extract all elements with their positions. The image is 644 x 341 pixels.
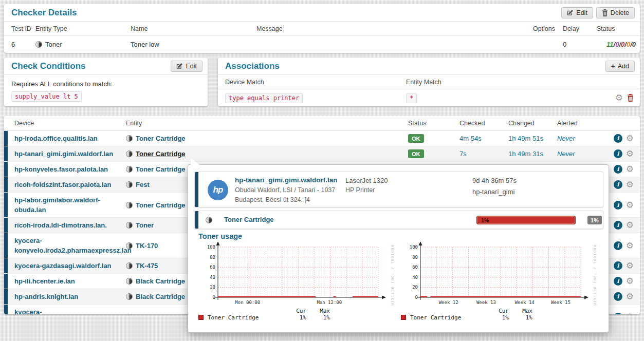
gear-icon[interactable]: ⚙ xyxy=(626,261,634,270)
device-link[interactable]: hp-andris.knight.lan xyxy=(14,293,78,300)
svg-text:80: 80 xyxy=(210,255,215,260)
legend-series-name: Toner Cartridge xyxy=(208,314,259,321)
page-title: Checker Details xyxy=(11,8,77,18)
gear-icon[interactable]: ⚙ xyxy=(626,149,634,158)
table-row: hp-iroda.office.qualitis.lanToner Cartri… xyxy=(4,131,640,146)
gear-icon[interactable]: ⚙ xyxy=(626,221,634,230)
info-icon[interactable]: i xyxy=(614,221,622,230)
gear-icon[interactable]: ⚙ xyxy=(626,277,634,286)
entity-link[interactable]: Toner Cartridge xyxy=(136,201,186,209)
info-icon[interactable]: i xyxy=(614,165,622,174)
trash-icon[interactable] xyxy=(627,94,634,102)
row-accent xyxy=(4,146,8,161)
column-header-changed: Changed xyxy=(508,120,557,127)
device-cell: kyocera-konyvelo.iroda2.pharmaexpressz.l… xyxy=(8,233,126,258)
name-cell: Toner low xyxy=(131,41,256,48)
alerted-value: Never xyxy=(557,135,575,142)
column-header-message: Message xyxy=(256,25,518,32)
popup-uptime: 9d 4h 36m 57s xyxy=(472,177,517,184)
info-icon[interactable]: i xyxy=(614,134,622,143)
conditions-edit-button[interactable]: Edit xyxy=(171,61,203,72)
device-cell: ricoh-foldszint.fasor.palota.lan xyxy=(8,177,126,192)
svg-text:60: 60 xyxy=(210,264,215,270)
device-link[interactable]: ricoh-iroda.ldi-dimotrans.lan. xyxy=(14,221,107,229)
popup-location-line2: Budapest, Bécsi út 324. [4 xyxy=(235,196,310,203)
row-accent xyxy=(4,162,8,177)
entity-link[interactable]: Toner Cartridge xyxy=(136,150,186,158)
associations-panel: Associations + Add Device MatchEntity Ma… xyxy=(218,58,640,106)
gear-icon[interactable]: ⚙ xyxy=(626,241,634,250)
device-link[interactable]: kyocera-konyvelo.iroda2.pharmaexpressz.l… xyxy=(14,237,132,254)
info-icon[interactable]: i xyxy=(614,241,622,250)
device-link[interactable]: kyocera-konyveles.fasor.palota.lan xyxy=(14,308,98,314)
device-link[interactable]: hp-labor.gimilabor.waldorf-obuda.lan xyxy=(14,196,100,214)
gear-icon[interactable]: ⚙ xyxy=(626,313,634,315)
device-cell: hp-labor.gimilabor.waldorf-obuda.lan xyxy=(8,193,126,217)
gear-icon[interactable]: ⚙ xyxy=(626,134,634,143)
conditions-edit-label: Edit xyxy=(186,63,197,70)
column-header-status: Status xyxy=(408,120,459,127)
device-link[interactable]: ricoh-foldszint.fasor.palota.lan xyxy=(14,181,112,188)
rrdtool-watermark: RRDTOOL / TOBI OETIKER xyxy=(593,245,597,306)
device-link[interactable]: hp-tanari_gimi.gimi.waldorf.lan xyxy=(14,150,113,158)
toner-usage-daily-chart: 020406080100Mon 00:00Mon 12:00RRDTOOL / … xyxy=(197,242,395,322)
checker-details-header: Checker Details Edit Delete xyxy=(4,4,640,22)
info-icon[interactable]: i xyxy=(614,180,622,189)
toner-level-bar: 1% xyxy=(476,216,576,224)
device-cell: hp-konyveles.fasor.palota.lan xyxy=(8,162,126,177)
info-icon[interactable]: i xyxy=(614,261,622,270)
device-summary-card: hp hp-tanari_gimi.gimi.waldorf.lan Obuda… xyxy=(194,172,603,207)
checked-cell: 7s xyxy=(459,150,508,158)
entity-link[interactable]: Toner Cartridge xyxy=(136,135,186,142)
row-accent xyxy=(4,177,8,192)
gear-icon[interactable]: ⚙ xyxy=(626,201,634,210)
svg-text:40: 40 xyxy=(412,275,418,280)
info-icon[interactable]: i xyxy=(614,277,622,286)
device-link[interactable]: hp-konyveles.fasor.palota.lan xyxy=(14,165,108,173)
device-cell: hp-ili.hcenter.ie.lan xyxy=(8,274,126,289)
device-link[interactable]: kyocera-gazdasagi.waldorf.lan xyxy=(14,262,112,270)
entity-link[interactable]: Fest xyxy=(136,181,150,188)
edit-button[interactable]: Edit xyxy=(561,7,593,18)
gear-icon[interactable]: ⚙ xyxy=(626,292,634,301)
column-header-options: Options xyxy=(518,25,555,32)
gear-icon[interactable]: ⚙ xyxy=(626,165,634,174)
entity-link[interactable]: TK-350 xyxy=(136,313,158,315)
popup-entity-link[interactable]: Toner Cartridge xyxy=(224,216,274,223)
entity-link[interactable]: Toner xyxy=(136,221,154,229)
entity-link[interactable]: Toner Cartridge xyxy=(136,165,186,173)
gear-icon[interactable]: ⚙ xyxy=(615,93,623,102)
toner-icon xyxy=(206,217,212,223)
toner-level-label: 1% xyxy=(481,217,489,223)
svg-text:0: 0 xyxy=(213,295,215,300)
info-icon[interactable]: i xyxy=(614,201,622,210)
toner-icon xyxy=(126,222,133,229)
gear-icon[interactable]: ⚙ xyxy=(626,180,634,189)
association-row: type equals printer * ⚙ xyxy=(218,89,640,106)
info-icon[interactable]: i xyxy=(614,313,622,315)
status-badge: OK xyxy=(408,134,424,143)
device-link[interactable]: hp-ili.hcenter.ie.lan xyxy=(14,277,75,285)
column-header-entity: Entity xyxy=(126,120,408,127)
row-accent xyxy=(4,193,8,217)
entity-link[interactable]: Black Cartridge xyxy=(136,293,185,300)
legend-cur-value: 1% xyxy=(274,314,306,321)
alerted-cell: Never xyxy=(557,150,602,158)
alerted-value: Never xyxy=(557,150,575,158)
entity-link[interactable]: Black Cartridge xyxy=(136,277,185,285)
actions-cell: i⚙ xyxy=(602,134,640,143)
row-accent xyxy=(4,233,8,258)
popup-device-link[interactable]: hp-tanari_gimi.gimi.waldorf.lan xyxy=(235,176,338,184)
device-cell: hp-iroda.office.qualitis.lan xyxy=(8,131,126,146)
entity-link[interactable]: TK-475 xyxy=(136,262,158,270)
changed-cell: 1h 49m 31s xyxy=(508,150,557,158)
row-accent xyxy=(4,258,8,273)
device-cell: ricoh-iroda.ldi-dimotrans.lan. xyxy=(8,218,126,233)
info-icon[interactable]: i xyxy=(614,149,622,158)
info-icon[interactable]: i xyxy=(614,292,622,301)
delete-button[interactable]: Delete xyxy=(596,7,635,18)
delete-button-label: Delete xyxy=(611,9,629,16)
device-link[interactable]: hp-iroda.office.qualitis.lan xyxy=(14,135,98,142)
entity-link[interactable]: TK-170 xyxy=(136,242,158,250)
add-button[interactable]: + Add xyxy=(605,61,635,72)
